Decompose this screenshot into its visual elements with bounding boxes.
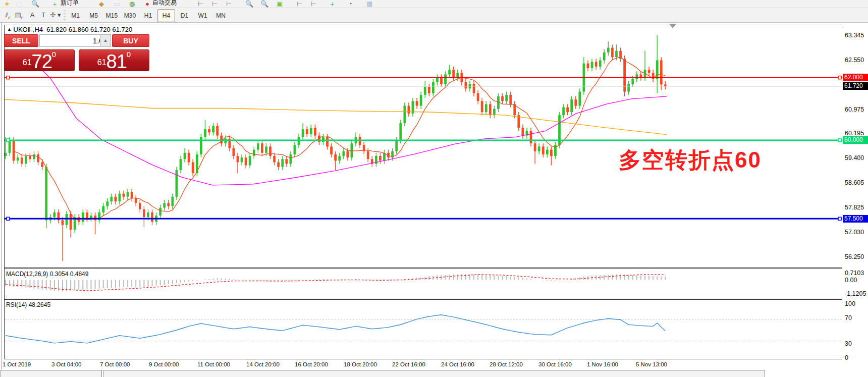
window-edge [1, 23, 2, 376]
timeframe-toolbar: ⫽E▤FAT✢ ▾ M1M5M15M30H1H4D1W1MN [0, 8, 868, 23]
sell-price-small: 61 [23, 58, 32, 67]
date-tick-label: 16 Oct 20:00 [295, 361, 328, 367]
rsi-tick-label: 0 [845, 354, 848, 361]
new-order-icon[interactable]: ＋ [51, 0, 59, 8]
timeframe-button-h1[interactable]: H1 [139, 9, 157, 22]
autotrade-label[interactable]: 自动交易 [152, 0, 177, 7]
toolbar-separator [64, 10, 66, 20]
sell-price-tile[interactable]: 61720 [4, 49, 75, 71]
date-tick-label: 14 Oct 20:00 [246, 361, 280, 367]
timeframe-buttons: M1M5M15M30H1H4D1W1MN [67, 9, 230, 22]
search-icon[interactable]: 🔍 [31, 0, 38, 8]
price-tick-label: 57.030 [845, 229, 864, 236]
macd-tick-label: -1.1205 [845, 290, 866, 297]
date-tick-label: 18 Oct 20:00 [344, 361, 377, 367]
sell-price-big: 72 [32, 51, 52, 72]
zoom-out-icon[interactable]: 🔍 [260, 0, 267, 8]
rsi-tick-label: 70 [845, 314, 852, 321]
sell-price-sup: 0 [52, 50, 56, 59]
clock-icon[interactable]: ◔ [348, 0, 355, 8]
price-tick-label: 63.345 [845, 32, 864, 39]
market-watch-icon[interactable]: ◍ [129, 0, 136, 8]
collapse-arrow-icon[interactable]: ▲ [7, 27, 12, 32]
new-order-label[interactable]: 新订单 [61, 0, 79, 7]
rsi-tick-label: 100 [845, 300, 855, 307]
rsi-pane[interactable] [5, 300, 842, 359]
chart-annotation-text[interactable]: 多空转折点60 [619, 145, 762, 175]
macd-tick-label: 0.00 [845, 277, 857, 284]
price-badge: 61.720 [843, 82, 868, 90]
timeframe-button-m5[interactable]: M5 [85, 9, 102, 22]
autoscroll-icon[interactable]: ⊢ [311, 0, 318, 8]
price-badge: 57.500 [843, 215, 868, 223]
date-tick-label: 28 Oct 12:00 [490, 361, 523, 367]
price-tick-label: 60.195 [845, 130, 864, 137]
pane-divider [4, 267, 842, 267]
date-tick-label: 3 Oct 04:00 [51, 361, 81, 367]
buy-price-tile[interactable]: 61810 [79, 49, 149, 71]
date-tick-label: 1 Oct 2019 [3, 361, 31, 367]
timeframe-button-m30[interactable]: M30 [121, 9, 139, 22]
volume-up-button[interactable]: ▲ [100, 34, 111, 47]
price-tick-label: 57.825 [845, 204, 864, 211]
price-tick-label: 58.605 [845, 179, 864, 186]
indicators-icon[interactable]: ◆ [99, 0, 106, 8]
date-tick-label: 7 Oct 00:00 [100, 361, 130, 367]
bar-chart-icon[interactable]: ⊢ [198, 0, 205, 8]
date-tick-label: 24 Oct 16:00 [441, 361, 474, 367]
price-badge: 62.000 [843, 74, 868, 81]
date-tick-label: 11 Oct 00:00 [197, 361, 230, 367]
label-tool[interactable]: T [37, 10, 49, 21]
rsi-tick-label: 30 [845, 340, 852, 347]
templates-icon[interactable]: ▭ [114, 0, 121, 8]
symbol-label: UKOil-,H4 [14, 26, 43, 33]
fibonacci-tool[interactable]: ▤F [13, 10, 25, 21]
chart-shift-marker-icon[interactable] [669, 24, 676, 28]
main-toolbar: ★▢🔍＋新订单◆▭◍●自动交易⊢⊢⊢🔍🔍▣⊢⊢＋◔▦ [0, 0, 868, 8]
date-tick-label: 30 Oct 16:00 [538, 361, 572, 367]
text-tool[interactable]: A [26, 10, 38, 21]
macd-tick-label: 0.7103 [845, 270, 864, 277]
date-tick-label: 9 Oct 00:00 [149, 361, 179, 367]
add-indicator-icon[interactable]: ＋ [329, 0, 336, 8]
timeframe-button-m15[interactable]: M15 [103, 9, 121, 22]
horizontal-scrollbar[interactable] [103, 370, 765, 377]
autotrade-icon[interactable]: ● [145, 0, 152, 8]
timeframe-button-d1[interactable]: D1 [176, 9, 193, 22]
scroll-end-icon[interactable]: ⊢ [297, 0, 304, 8]
buy-button[interactable]: BUY [112, 34, 149, 47]
price-tick-label: 60.975 [845, 106, 864, 113]
timeframe-button-mn[interactable]: MN [212, 9, 230, 22]
chart-tab-bar[interactable] [1, 370, 102, 377]
macd-label: MACD(12,26,9) 0.3054 0.4849 [6, 271, 88, 278]
pane-divider [4, 298, 842, 298]
rsi-label: RSI(14) 48.2645 [6, 301, 50, 308]
price-badge: 60.000 [843, 136, 868, 144]
date-tick-label: 1 Nov 16:00 [587, 361, 618, 367]
timeframe-button-h4[interactable]: H4 [157, 9, 175, 22]
draw-channel-tool[interactable]: ⫽E [2, 10, 14, 21]
macd-pane[interactable] [5, 269, 842, 298]
chart-shift-icon[interactable]: ▣ [277, 0, 284, 8]
rsi-pane-bottom-border [4, 359, 842, 359]
line-chart-icon[interactable]: ⊢ [226, 0, 233, 8]
buy-price-big: 81 [106, 51, 127, 72]
buy-price-small: 61 [97, 58, 106, 67]
timeframe-button-w1[interactable]: W1 [194, 9, 211, 22]
date-tick-label: 5 Nov 13:00 [636, 361, 667, 367]
candle-chart-icon[interactable]: ⊢ [212, 0, 219, 8]
buy-price-sup: 0 [127, 50, 131, 59]
shapes-dropdown[interactable]: ✢ ▾ [49, 10, 62, 21]
new-window-icon[interactable]: ▢ [16, 0, 23, 8]
price-tick-label: 62.550 [845, 57, 864, 64]
price-tick-label: 59.400 [845, 154, 864, 161]
sell-button[interactable]: SELL [4, 34, 38, 47]
price-tick-label: 56.250 [845, 253, 864, 260]
timeframe-button-m1[interactable]: M1 [67, 9, 84, 22]
mt4-window: ★▢🔍＋新订单◆▭◍●自动交易⊢⊢⊢🔍🔍▣⊢⊢＋◔▦ ⫽E▤FAT✢ ▾ M1M… [0, 0, 868, 377]
chart-title: ▲ UKOil-,H4 61.820 61.860 61.720 61.720 [7, 26, 132, 33]
favorites-star-icon[interactable]: ★ [4, 0, 11, 8]
zoom-in-icon[interactable]: 🔍 [245, 0, 252, 8]
date-tick-label: 22 Oct 16:00 [392, 361, 425, 367]
strategy-tester-icon[interactable]: ▦ [366, 0, 373, 8]
